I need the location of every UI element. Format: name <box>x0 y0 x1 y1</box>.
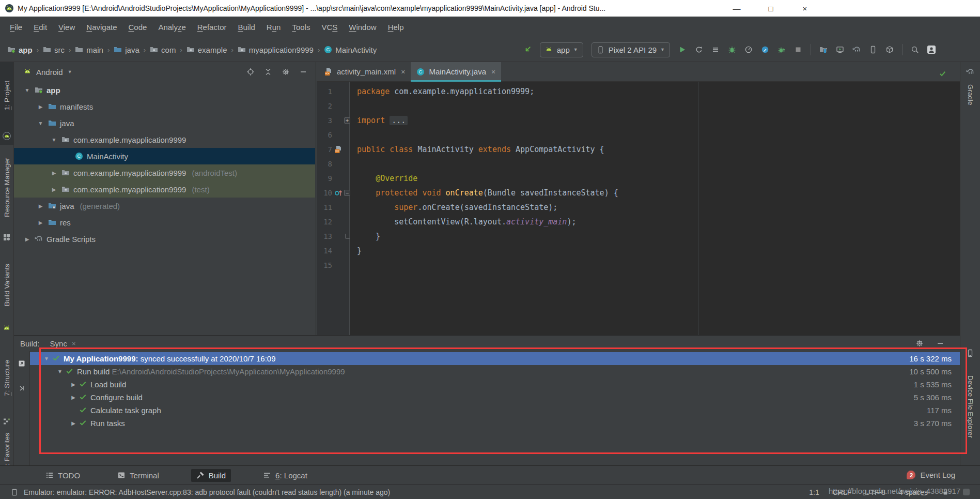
line-number[interactable]: 8 <box>317 160 332 168</box>
close-icon[interactable]: × <box>491 68 495 76</box>
toggle-view-icon[interactable] <box>18 359 26 368</box>
device-select[interactable]: Pixel 2 API 29 ▼ <box>592 42 670 57</box>
code-area[interactable]: 1package com.example.myapplication9999;2… <box>317 82 960 335</box>
menu-file[interactable]: File <box>4 23 28 32</box>
apply-changes-icon[interactable] <box>711 46 720 54</box>
run-configuration-select[interactable]: app ▼ <box>540 42 583 57</box>
breadcrumb-src[interactable]: src <box>43 46 65 54</box>
menu-help[interactable]: Help <box>382 23 410 32</box>
stop-icon[interactable] <box>794 46 802 54</box>
menu-tools[interactable]: Tools <box>286 23 316 32</box>
sidebar-item--project[interactable]: 1: Project <box>0 65 13 126</box>
close-icon[interactable]: × <box>401 68 405 76</box>
gradle-icon[interactable] <box>960 66 980 78</box>
inspections-ok-icon[interactable] <box>938 69 946 78</box>
coverage-icon[interactable] <box>777 46 786 54</box>
resource-manager-icon[interactable] <box>0 232 13 243</box>
breadcrumb-MainActivity[interactable]: CMainActivity <box>324 46 377 54</box>
run-icon[interactable] <box>678 46 687 54</box>
expanded-arrow-icon[interactable]: ▼ <box>50 137 58 143</box>
tree-row[interactable]: ▶java(generated) <box>14 198 315 214</box>
collapsed-arrow-icon[interactable]: ▶ <box>69 420 77 426</box>
hide-icon[interactable] <box>936 339 944 347</box>
collapsed-arrow-icon[interactable]: ▶ <box>37 220 44 225</box>
fold-marker-icon[interactable] <box>344 234 351 239</box>
breadcrumb-main[interactable]: main <box>75 46 103 54</box>
sdk-manager-icon[interactable] <box>836 46 844 54</box>
hide-icon[interactable] <box>299 68 307 76</box>
menu-analyze[interactable]: Analyze <box>152 23 191 32</box>
menu-window[interactable]: Window <box>343 23 382 32</box>
sidebar-item-resource-manager[interactable]: Resource Manager <box>0 149 13 225</box>
line-separator[interactable]: CRLF <box>833 488 852 496</box>
collapsed-arrow-icon[interactable]: ▶ <box>50 187 58 192</box>
toolwindow-button-todo[interactable]: TODO <box>40 469 85 482</box>
search-everywhere-icon[interactable] <box>911 46 919 54</box>
sidebar-item-build-variants[interactable]: Build Variants <box>0 253 13 316</box>
build-tab-sync[interactable]: Sync × <box>50 339 76 348</box>
profile-icon[interactable] <box>744 46 753 54</box>
toolwindow-button-terminal[interactable]: Terminal <box>112 469 164 482</box>
tree-row[interactable]: ▶com.example.myapplication9999(test) <box>14 181 315 198</box>
tree-row[interactable]: ▼app <box>14 82 315 98</box>
tree-row[interactable]: ▶res <box>14 214 315 231</box>
project-view-selector[interactable]: Android <box>36 68 63 77</box>
collapsed-arrow-icon[interactable]: ▶ <box>69 395 77 400</box>
build-row[interactable]: ▶Load build1 s 535 ms <box>30 378 960 391</box>
android-head-icon[interactable] <box>0 323 13 334</box>
tree-row[interactable]: ▶Gradle Scripts <box>14 231 315 247</box>
xml-layout-gutter-icon[interactable]: <> <box>333 145 344 154</box>
event-log-button[interactable]: 2 Event Log <box>907 465 955 485</box>
locate-icon[interactable] <box>246 68 255 76</box>
collapsed-arrow-icon[interactable]: ▶ <box>23 236 31 242</box>
structure-icon[interactable] <box>0 416 13 427</box>
line-number[interactable]: 6 <box>317 131 332 139</box>
breadcrumb-myapplication9999[interactable]: myapplication9999 <box>238 46 314 54</box>
build-row[interactable]: ▼My Application9999: synced successfully… <box>30 352 960 365</box>
tab-activity-main-xml[interactable]: <>activity_main.xml× <box>319 62 411 81</box>
collapsed-arrow-icon[interactable]: ▶ <box>50 170 58 176</box>
expanded-arrow-icon[interactable]: ▼ <box>37 120 44 126</box>
menu-edit[interactable]: Edit <box>28 23 53 32</box>
fold-expand-icon[interactable]: + <box>344 117 350 124</box>
line-number[interactable]: 10 <box>317 189 332 197</box>
fold-marker-icon[interactable]: − <box>344 190 351 196</box>
collapse-all-icon[interactable] <box>264 68 272 76</box>
attach-debugger-icon[interactable] <box>761 46 769 54</box>
background-task-indicator[interactable] <box>963 489 970 495</box>
tree-row[interactable]: ▶manifests <box>14 98 315 115</box>
collapsed-arrow-icon[interactable]: ▶ <box>37 203 44 209</box>
indent-setting[interactable]: 4 spaces <box>899 488 928 496</box>
menu-refactor[interactable]: Refactor <box>192 23 232 32</box>
build-row[interactable]: ▶Configure build5 s 306 ms <box>30 391 960 404</box>
minimize-button[interactable]: — <box>726 0 747 17</box>
phone-icon[interactable] <box>960 347 980 359</box>
fold-marker-icon[interactable]: + <box>344 117 351 124</box>
sidebar-item--structure[interactable]: 7: Structure <box>0 346 13 410</box>
menu-view[interactable]: View <box>53 23 81 32</box>
settings-icon[interactable] <box>915 339 924 347</box>
line-number[interactable]: 9 <box>317 174 332 183</box>
tree-row[interactable]: ▶com.example.myapplication9999(androidTe… <box>14 164 315 181</box>
line-number[interactable]: 13 <box>317 232 332 240</box>
rerun-icon[interactable] <box>695 46 703 54</box>
line-number[interactable]: 2 <box>317 102 332 110</box>
maximize-button[interactable]: □ <box>760 0 781 17</box>
override-gutter-icon[interactable] <box>333 189 344 197</box>
expanded-arrow-icon[interactable]: ▼ <box>56 369 64 374</box>
menu-vcs[interactable]: VCS <box>316 23 343 32</box>
gradle-icon[interactable] <box>852 46 861 54</box>
toolwindow-button-build[interactable]: Build <box>191 469 231 482</box>
menu-navigate[interactable]: Navigate <box>81 23 122 32</box>
close-button[interactable]: × <box>795 0 815 17</box>
tab-mainactivity-java[interactable]: CMainActivity.java× <box>411 62 501 81</box>
build-row[interactable]: ▶Run tasks3 s 270 ms <box>30 417 960 430</box>
caret-position[interactable]: 1:1 <box>809 488 819 496</box>
breadcrumb-com[interactable]: com <box>150 46 176 54</box>
sidebar-item-device-file-explorer[interactable]: Device File Explorer <box>960 361 980 452</box>
line-number[interactable]: 12 <box>317 218 332 226</box>
lock-icon[interactable] <box>941 488 950 496</box>
breadcrumb-example[interactable]: example <box>186 46 227 54</box>
debug-icon[interactable] <box>728 46 736 54</box>
build-row[interactable]: Calculate task graph117 ms <box>30 404 960 417</box>
